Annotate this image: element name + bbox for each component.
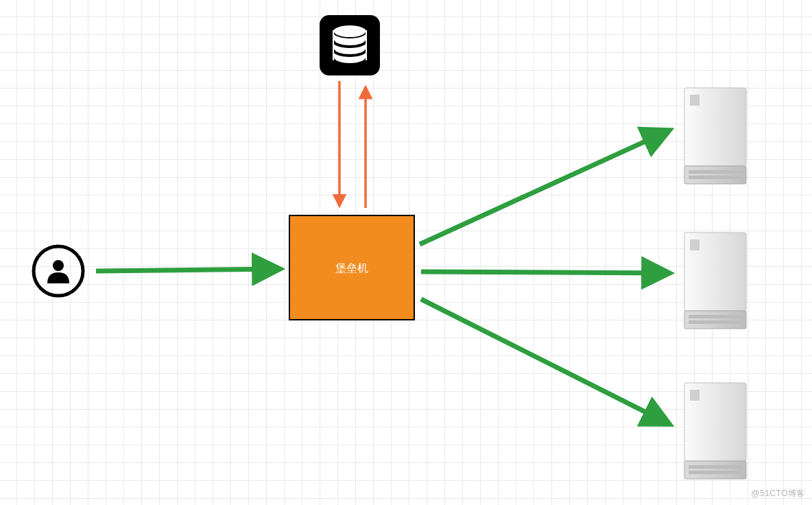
svg-rect-18 [684, 461, 746, 479]
server-icon-2 [684, 233, 746, 329]
svg-rect-4 [333, 30, 334, 60]
svg-rect-11 [689, 176, 742, 179]
svg-rect-16 [689, 320, 742, 324]
svg-rect-10 [689, 170, 742, 174]
arrow-bastion-to-server2 [421, 272, 669, 273]
arrow-user-to-bastion [96, 269, 280, 271]
server-icon-3 [684, 383, 746, 479]
diagram-canvas: 堡垒机 [0, 0, 812, 505]
database-icon [320, 15, 380, 75]
svg-rect-15 [689, 315, 742, 318]
svg-rect-19 [690, 390, 700, 401]
svg-rect-14 [690, 239, 700, 250]
svg-rect-8 [684, 166, 746, 184]
arrow-bastion-to-server1 [420, 130, 669, 244]
bastion-host: 堡垒机 [289, 215, 414, 320]
svg-rect-20 [689, 465, 742, 469]
architecture-diagram: 堡垒机 [0, 0, 812, 505]
svg-rect-9 [690, 95, 700, 106]
svg-rect-21 [689, 471, 742, 474]
bastion-host-label: 堡垒机 [335, 262, 368, 274]
svg-point-1 [53, 260, 64, 271]
svg-rect-13 [684, 311, 746, 329]
svg-rect-5 [366, 30, 367, 60]
watermark-text: @51CTO博客 [751, 488, 805, 500]
user-icon [34, 246, 83, 296]
server-icon-1 [684, 88, 746, 184]
arrow-bastion-to-server3 [421, 299, 669, 424]
